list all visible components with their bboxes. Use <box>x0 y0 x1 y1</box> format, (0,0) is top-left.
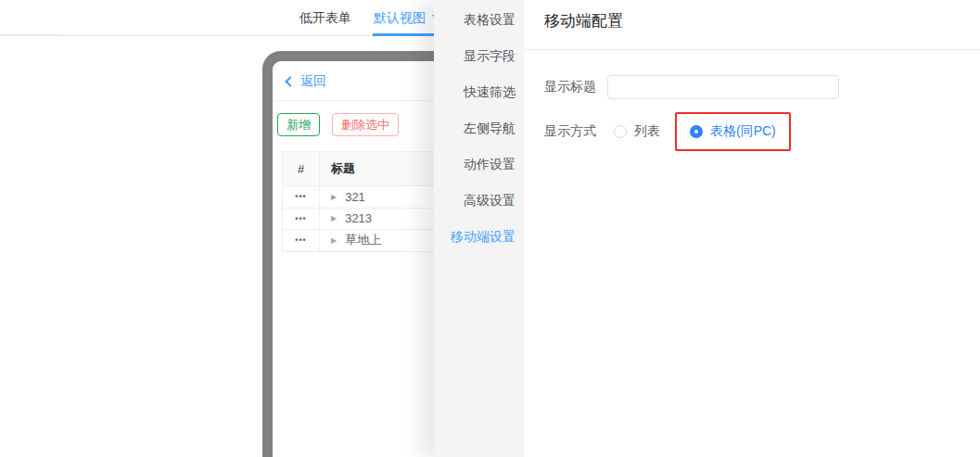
radio-circle-icon <box>614 125 627 138</box>
radio-list-label: 列表 <box>634 123 660 140</box>
delete-selected-button[interactable]: 删除选中 <box>332 113 399 136</box>
back-chevron-icon <box>285 76 295 86</box>
menu-item-left-nav[interactable]: 左侧导航 <box>434 110 524 146</box>
row-actions-icon[interactable]: ••• <box>295 214 306 223</box>
menu-item-quick-filter[interactable]: 快速筛选 <box>434 74 524 110</box>
row-actions-icon[interactable]: ••• <box>295 192 306 201</box>
row-expand-caret-icon[interactable]: ▶ <box>331 193 337 201</box>
radio-table-mode[interactable]: 表格(同PC) <box>690 123 776 140</box>
menu-item-mobile-settings[interactable]: 移动端设置 <box>434 219 524 255</box>
row-expand-caret-icon[interactable]: ▶ <box>331 236 337 245</box>
display-title-label: 显示标题 <box>544 79 596 95</box>
header-title-label: 标题 <box>331 160 355 177</box>
tab-default-view-label: 默认视图 <box>374 10 426 25</box>
header-index-cell: # <box>283 152 320 185</box>
display-mode-label: 显示方式 <box>544 123 596 140</box>
display-title-input[interactable] <box>607 75 839 99</box>
settings-drawer: 表格设置 显示字段 快速筛选 左侧导航 动作设置 高级设置 移动端设置 移动端配… <box>434 0 980 457</box>
red-highlight-box: 表格(同PC) <box>675 112 791 151</box>
display-mode-field: 显示方式 列表 表格(同PC) <box>544 112 980 151</box>
tab-default-view[interactable]: 默认视图 <box>374 0 441 36</box>
radio-list-mode[interactable]: 列表 <box>614 123 660 140</box>
row-actions-icon[interactable]: ••• <box>295 235 306 245</box>
row-expand-caret-icon[interactable]: ▶ <box>331 214 337 222</box>
panel-body: 显示标题 显示方式 列表 表格(同PC) <box>524 75 980 151</box>
add-button[interactable]: 新增 <box>277 113 320 136</box>
back-link-label: 返回 <box>300 73 326 88</box>
menu-item-advanced[interactable]: 高级设置 <box>434 183 524 219</box>
menu-item-table-settings[interactable]: 表格设置 <box>434 2 524 38</box>
display-title-field: 显示标题 <box>544 75 980 99</box>
tab-form[interactable]: 低开表单 <box>299 0 351 36</box>
row-title: 3213 <box>345 211 372 225</box>
radio-selected-icon <box>690 125 703 138</box>
header-index-label: # <box>298 162 304 176</box>
menu-item-action-settings[interactable]: 动作设置 <box>434 146 524 183</box>
radio-table-label: 表格(同PC) <box>710 123 776 140</box>
panel-header: 移动端配置 <box>524 0 980 50</box>
panel-title: 移动端配置 <box>544 12 623 30</box>
settings-menu: 表格设置 显示字段 快速筛选 左侧导航 动作设置 高级设置 移动端设置 <box>434 0 524 457</box>
row-title: 321 <box>345 190 365 204</box>
mobile-config-panel: 移动端配置 显示标题 显示方式 列表 表格(同PC) <box>524 0 980 457</box>
row-title: 草地上 <box>345 232 381 248</box>
active-tab-underline <box>373 33 434 36</box>
topbar-left-accent <box>0 34 61 36</box>
menu-item-display-fields[interactable]: 显示字段 <box>434 38 524 74</box>
